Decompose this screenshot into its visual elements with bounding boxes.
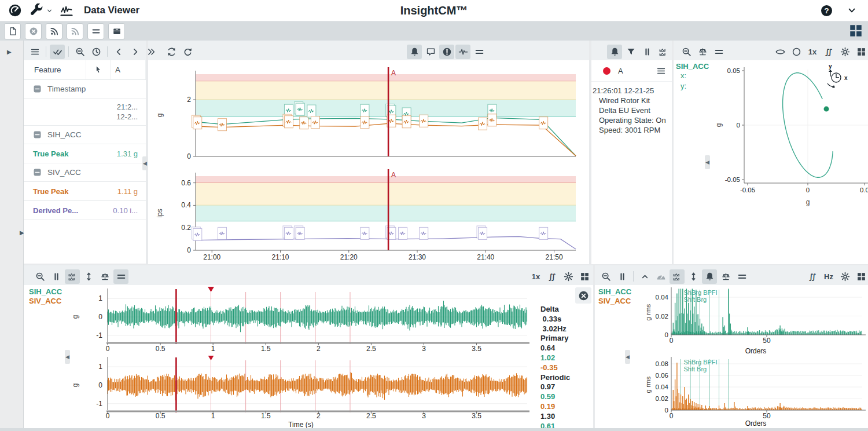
more-options-icon[interactable]	[711, 45, 726, 59]
feature-group-row[interactable]: SIV_ACC	[24, 163, 146, 182]
layout-grid-icon[interactable]	[577, 269, 592, 284]
units-hz-icon[interactable]: Hz	[821, 269, 836, 284]
select-checks-icon[interactable]	[50, 45, 65, 59]
more-options-icon[interactable]	[734, 269, 749, 284]
event-menu-icon[interactable]	[656, 66, 666, 76]
rate-1x-icon[interactable]: 1x	[528, 269, 543, 284]
layout-grid-icon[interactable]	[848, 23, 863, 38]
feature-row[interactable]: True Peak1.11 g	[24, 182, 146, 201]
scale-icon[interactable]	[97, 269, 112, 284]
splitter-feature-trend[interactable]: ◀	[142, 156, 148, 170]
last-icon[interactable]	[144, 45, 159, 59]
settings-icon[interactable]	[837, 45, 852, 59]
more-options-icon[interactable]	[472, 45, 487, 59]
rate-1x-icon[interactable]: 1x	[805, 45, 820, 59]
channel-label[interactable]: SIH_ACC	[598, 287, 631, 297]
settings-icon[interactable]	[837, 269, 852, 284]
alarm-icon[interactable]	[702, 269, 717, 284]
wrench-dropdown-caret-icon[interactable]	[46, 8, 53, 14]
info-icon[interactable]	[439, 45, 454, 59]
splitter-waveform[interactable]: ◀	[65, 350, 70, 364]
waveform-chart-sih[interactable]: 10-1g00.511.522.533.5	[69, 286, 532, 353]
feed-icon[interactable]	[46, 23, 62, 39]
spectrum-chart-sih[interactable]: 0.040.020g rms050ShBrg BPFIShft Brg	[643, 286, 868, 346]
alarm-icon[interactable]	[407, 45, 422, 59]
autoscale-y-icon[interactable]	[81, 269, 96, 284]
chevron-down-icon[interactable]	[844, 2, 860, 19]
filter-icon[interactable]	[623, 45, 638, 59]
more-options-icon[interactable]	[113, 269, 128, 284]
channel-label[interactable]: SIV_ACC	[598, 297, 631, 306]
waveform-channel-labels: SIH_ACCSIV_ACC	[29, 287, 62, 306]
feature-group-row[interactable]: Timestamp	[24, 80, 146, 98]
sidebar-expand-arrow[interactable]: ▶	[7, 49, 12, 55]
integrate-icon[interactable]: ∬	[805, 269, 820, 284]
new-document-icon[interactable]	[4, 23, 21, 39]
gauge-icon[interactable]	[653, 269, 668, 284]
waveform-chart-siv[interactable]: 10-1g00.511.522.533.5	[69, 356, 532, 419]
spectrum-toolbar-left	[598, 268, 750, 285]
feature-row[interactable]: True Peak1.31 g	[24, 144, 146, 163]
layout-grid-icon[interactable]	[854, 45, 868, 59]
channel-label[interactable]: SIV_ACC	[29, 297, 62, 306]
prev-icon[interactable]	[111, 45, 126, 59]
pause-icon[interactable]	[639, 45, 654, 59]
waveform-icon[interactable]	[455, 45, 470, 59]
refresh-icon[interactable]	[164, 45, 179, 59]
splitter-orbit[interactable]: ◀	[705, 155, 710, 169]
splitter-spectrum[interactable]: ◀	[625, 350, 630, 364]
stacked-view-icon[interactable]	[670, 269, 685, 284]
svg-text:g: g	[156, 114, 164, 118]
stacked-view-icon[interactable]	[65, 269, 80, 284]
more-options-icon[interactable]	[87, 23, 104, 39]
svg-text:?: ?	[824, 6, 829, 15]
collapse-minus-icon[interactable]	[33, 130, 42, 139]
scale-icon[interactable]	[695, 45, 710, 59]
zoom-out-icon[interactable]	[72, 45, 87, 59]
help-icon[interactable]: ?	[818, 2, 834, 19]
orbit-icon[interactable]	[773, 45, 788, 59]
menu-icon[interactable]	[27, 45, 42, 59]
autoscale-y-icon[interactable]	[686, 269, 701, 284]
zoom-out-icon[interactable]	[679, 45, 694, 59]
reload-icon[interactable]	[180, 45, 195, 59]
stacked-view-icon[interactable]	[656, 45, 671, 59]
spectrum-chart-siv[interactable]: 0.080.060.040.020g rms050ShBrg BPFIShft …	[643, 355, 868, 419]
package-icon[interactable]	[108, 23, 125, 39]
layout-grid-icon[interactable]	[854, 269, 868, 284]
utilities-wrench-icon[interactable]	[29, 2, 45, 19]
svg-text:Shft Brg: Shft Brg	[684, 296, 707, 303]
history-icon[interactable]	[89, 45, 104, 59]
integrate-icon[interactable]: ∬	[821, 45, 836, 59]
trend-chart-g[interactable]: 20gA	[149, 61, 587, 165]
alarm-icon[interactable]	[607, 45, 622, 59]
zoom-out-icon[interactable]	[32, 269, 47, 284]
shape-circle-icon[interactable]	[789, 45, 804, 59]
pause-icon[interactable]	[49, 269, 64, 284]
feature-group-row[interactable]: SIH_ACC	[24, 126, 146, 144]
next-icon[interactable]	[127, 45, 142, 59]
pause-icon[interactable]	[615, 269, 630, 284]
close-readout-button[interactable]	[575, 287, 591, 304]
insightcm-logo-icon[interactable]	[7, 2, 23, 19]
close-document-icon[interactable]	[25, 23, 42, 39]
feature-row[interactable]: Derived Pe...0.10 i...	[24, 201, 146, 220]
timestamp-value-row[interactable]: 21:2...12-2...	[24, 98, 146, 126]
svg-text:0.4: 0.4	[181, 201, 191, 209]
settings-icon[interactable]	[561, 269, 576, 284]
channel-label[interactable]: SIH_ACC	[29, 287, 62, 297]
spectrum-xaxis-label-1: Orders	[643, 347, 868, 355]
svg-text:0: 0	[187, 152, 191, 160]
collapse-minus-icon[interactable]	[33, 85, 42, 93]
toolbar-separator	[633, 271, 634, 282]
scale-icon[interactable]	[718, 269, 733, 284]
feed-disabled-icon[interactable]	[67, 23, 83, 39]
comment-icon[interactable]	[423, 45, 438, 59]
orbit-plot[interactable]: 0.050-0.05-0.0500.0ggyx	[713, 61, 868, 206]
collapse-minus-icon[interactable]	[33, 168, 42, 177]
zoom-out-icon[interactable]	[598, 269, 613, 284]
collapse-icon[interactable]	[637, 269, 652, 284]
data-viewer-tab-icon[interactable]	[58, 2, 75, 19]
trend-chart-ips[interactable]: 0.60.40.20ips21:0021:1021:2021:3021:4021…	[149, 166, 587, 264]
integrate-icon[interactable]: ∬	[545, 269, 560, 284]
